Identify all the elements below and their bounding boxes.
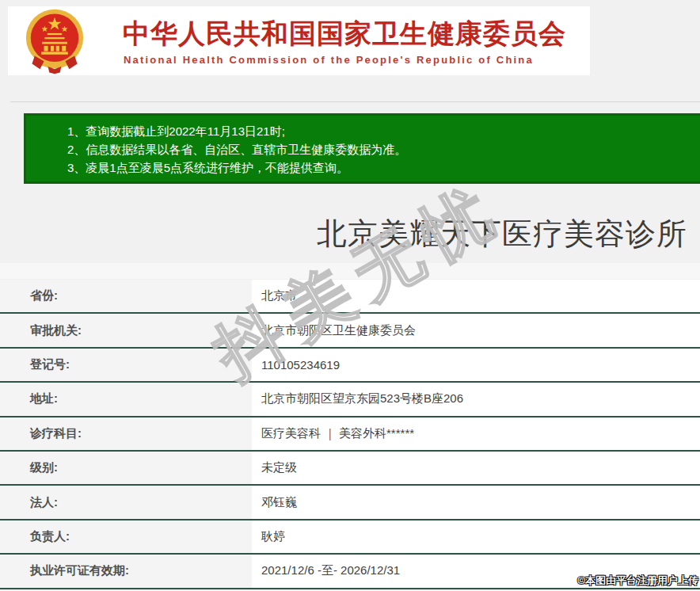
header-divider [10,101,700,102]
table-row-level: 级别: 未定级 [0,452,700,486]
table-row-approval-authority: 审批机关: 北京市朝阳区卫生健康委员会 [0,314,700,348]
table-row-person-in-charge: 负责人: 耿婷 [0,520,700,555]
field-label: 法人: [0,486,252,518]
field-label: 负责人: [0,520,252,553]
field-value: 北京市朝阳区卫生健康委员会 [252,314,700,346]
field-value: 未定级 [252,452,700,484]
table-row-registration-number: 登记号: 110105234619 [0,349,700,383]
field-label: 地址: [0,383,252,415]
title-band [0,263,700,279]
field-value: 北京市 [252,280,700,312]
field-label: 诊疗科目: [0,418,252,450]
field-label: 省份: [0,280,252,312]
query-notice-box: 1、查询数据截止到2022年11月13日21时; 2、信息数据结果以各省、自治区… [24,113,700,184]
field-label: 级别: [0,452,252,484]
site-header: 中华人民共和国国家卫生健康委员会 National Health Commiss… [8,6,590,75]
table-row-address: 地址: 北京市朝阳区望京东园523号楼B座206 [0,383,700,417]
notice-line-1: 1、查询数据截止到2022年11月13日21时; [26,122,700,140]
table-row-medical-subjects: 诊疗科目: 医疗美容科 ｜ 美容外科****** [0,418,700,452]
field-value: 医疗美容科 ｜ 美容外科****** [252,418,700,450]
field-value: 北京市朝阳区望京东园523号楼B座206 [252,383,700,415]
field-value: 邓钰巍 [252,486,700,518]
page-title: 北京美耀天下医疗美容诊所 [317,214,687,254]
field-label: 登记号: [0,349,252,381]
field-value: 110105234619 [252,349,700,381]
table-row-legal-person: 法人: 邓钰巍 [0,486,700,520]
upload-attribution-note: ©本图由平台注册用户上传 [577,574,698,588]
notice-line-2: 2、信息数据结果以各省、自治区、直辖市卫生健康委数据为准。 [26,140,700,158]
notice-line-3: 3、凌晨1点至凌晨5点系统进行维护，不能提供查询。 [26,158,700,177]
site-title-chinese: 中华人民共和国国家卫生健康委员会 [123,16,566,52]
field-label: 审批机关: [0,314,252,346]
table-row-province: 省份: 北京市 [0,280,700,314]
china-national-emblem-icon [14,8,95,74]
institution-info-table: 省份: 北京市 审批机关: 北京市朝阳区卫生健康委员会 登记号: 1101052… [0,280,700,589]
site-title-english: National Health Commission of the People… [124,54,534,66]
field-value: 耿婷 [252,520,700,553]
field-label: 执业许可证有效期: [0,555,252,587]
